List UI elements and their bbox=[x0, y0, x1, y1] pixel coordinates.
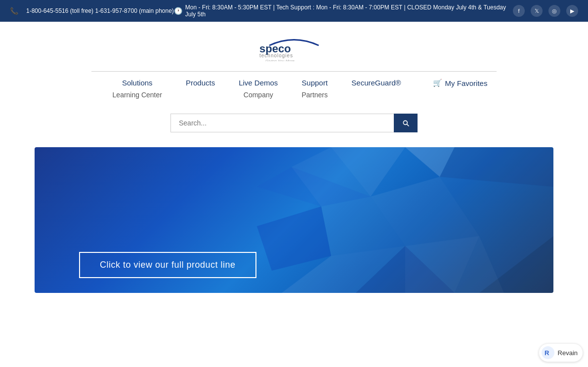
nav-solutions-primary[interactable]: Solutions bbox=[122, 79, 153, 87]
social-links: f 𝕏 ◎ ▶ bbox=[513, 5, 578, 17]
nav-support-primary[interactable]: Support bbox=[302, 79, 328, 87]
phone-section: 📞 1-800-645-5516 (toll free) 1-631-957-8… bbox=[10, 7, 174, 15]
header: speco technologies Giving You More. Solu… bbox=[0, 22, 588, 142]
nav-company[interactable]: Company bbox=[244, 91, 273, 99]
search-wrapper bbox=[170, 114, 418, 132]
nav-secureguard: SecureGuard® bbox=[339, 72, 413, 94]
nav-partners[interactable]: Partners bbox=[301, 91, 328, 99]
twitter-icon[interactable]: 𝕏 bbox=[531, 5, 543, 17]
nav-products-primary[interactable]: Products bbox=[186, 79, 215, 87]
nav-support: Support Partners bbox=[290, 72, 339, 106]
top-bar: 📞 1-800-645-5516 (toll free) 1-631-957-8… bbox=[0, 0, 588, 22]
nav-learning-center[interactable]: Learning Center bbox=[113, 91, 162, 99]
logo-svg: speco technologies Giving You More. bbox=[245, 32, 343, 61]
clock-icon: 🕐 bbox=[174, 7, 182, 15]
business-hours: Mon - Fri: 8:30AM - 5:30PM EST | Tech Su… bbox=[185, 4, 513, 18]
search-container bbox=[151, 106, 437, 142]
phone-number: 1-800-645-5516 (toll free) 1-631-957-870… bbox=[26, 7, 174, 14]
nav-live-demos-primary[interactable]: Live Demos bbox=[239, 79, 278, 87]
svg-text:technologies: technologies bbox=[259, 53, 293, 58]
hero-cta-label: Click to view our full product line bbox=[100, 260, 236, 270]
search-input[interactable] bbox=[170, 114, 394, 132]
logo-container[interactable]: speco technologies Giving You More. bbox=[245, 32, 343, 61]
nav-secureguard-primary[interactable]: SecureGuard® bbox=[351, 79, 401, 87]
svg-marker-19 bbox=[257, 206, 331, 271]
phone-icon: 📞 bbox=[10, 7, 18, 15]
hero-banner: Click to view our full product line bbox=[35, 147, 553, 293]
youtube-icon[interactable]: ▶ bbox=[566, 5, 578, 17]
search-icon bbox=[402, 119, 410, 127]
main-nav: Solutions Learning Center Products Live … bbox=[20, 72, 568, 106]
nav-solutions: Solutions Learning Center bbox=[101, 72, 174, 106]
favorites-label: My Favorites bbox=[445, 79, 488, 87]
nav-live-demos: Live Demos Company bbox=[227, 72, 290, 106]
facebook-icon[interactable]: f bbox=[513, 5, 525, 17]
cart-icon: 🛒 bbox=[433, 79, 442, 87]
search-button[interactable] bbox=[394, 114, 418, 132]
nav-products: Products bbox=[174, 72, 227, 94]
view-product-line-button[interactable]: Click to view our full product line bbox=[79, 252, 256, 278]
instagram-icon[interactable]: ◎ bbox=[548, 5, 560, 17]
my-favorites[interactable]: 🛒 My Favorites bbox=[433, 72, 488, 94]
svg-text:Giving You More.: Giving You More. bbox=[265, 59, 295, 61]
hours-section: 🕐 Mon - Fri: 8:30AM - 5:30PM EST | Tech … bbox=[174, 4, 513, 18]
